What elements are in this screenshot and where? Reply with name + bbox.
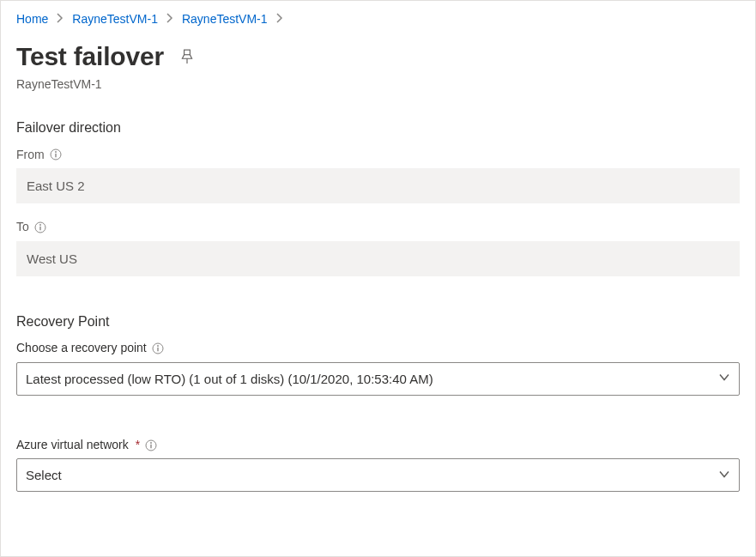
recovery-point-select[interactable]: Latest processed (low RTO) (1 out of 1 d… — [16, 362, 740, 396]
svg-rect-3 — [55, 154, 56, 158]
required-indicator: * — [136, 437, 140, 454]
info-icon[interactable] — [34, 221, 46, 233]
breadcrumb-item-2[interactable]: RayneTestVM-1 — [182, 11, 268, 28]
chevron-down-icon — [718, 370, 730, 388]
info-icon[interactable] — [145, 439, 157, 451]
svg-point-11 — [150, 442, 152, 444]
chevron-right-icon — [166, 11, 173, 28]
to-region-readonly: West US — [16, 241, 740, 276]
page-title: Test failover — [16, 39, 164, 75]
svg-point-2 — [55, 151, 57, 153]
section-recovery-point: Recovery Point — [16, 312, 740, 331]
svg-rect-9 — [157, 348, 158, 352]
recovery-point-label: Choose a recovery point — [16, 340, 147, 357]
chevron-right-icon — [57, 11, 64, 28]
svg-point-8 — [157, 345, 159, 347]
chevron-right-icon — [276, 11, 283, 28]
virtual-network-value: Select — [26, 466, 62, 484]
pin-icon[interactable] — [179, 49, 195, 64]
svg-rect-6 — [39, 227, 40, 231]
svg-rect-12 — [150, 444, 151, 448]
breadcrumb-item-1[interactable]: RayneTestVM-1 — [72, 11, 158, 28]
recovery-point-value: Latest processed (low RTO) (1 out of 1 d… — [26, 370, 433, 388]
info-icon[interactable] — [50, 148, 62, 160]
breadcrumb-home[interactable]: Home — [16, 11, 48, 28]
virtual-network-label: Azure virtual network — [16, 437, 129, 454]
svg-point-5 — [39, 224, 41, 226]
from-label: From — [16, 147, 45, 164]
section-failover-direction: Failover direction — [16, 118, 740, 137]
svg-rect-0 — [184, 50, 191, 55]
chevron-down-icon — [718, 466, 730, 484]
info-icon[interactable] — [152, 342, 164, 354]
to-label: To — [16, 219, 29, 236]
virtual-network-select[interactable]: Select — [16, 458, 740, 492]
from-region-readonly: East US 2 — [16, 168, 740, 203]
page-subtitle: RayneTestVM-1 — [16, 76, 740, 94]
breadcrumb: Home RayneTestVM-1 RayneTestVM-1 — [16, 9, 740, 33]
